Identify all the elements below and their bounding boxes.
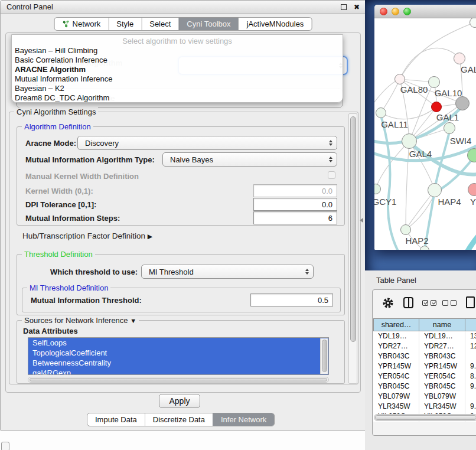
tab-discretize-data[interactable]: Discretize Data	[145, 413, 213, 426]
mi-algorithm-type-combobox[interactable]: Naive Bayes	[162, 152, 337, 167]
table-window: shared… name A YDL19…YDL19…13 YDR27…YDR2…	[372, 289, 476, 436]
collapse-down-icon[interactable]: ▼	[130, 317, 136, 324]
float-window-icon[interactable]	[341, 4, 347, 10]
table-row[interactable]: YDR27…YDR27…12	[373, 341, 476, 351]
network-node-swi4[interactable]	[444, 122, 455, 134]
gear-icon[interactable]	[382, 297, 394, 309]
network-window-titlebar[interactable]	[374, 5, 476, 18]
mi-steps-field[interactable]: 6	[253, 211, 337, 224]
list-vertical-scrollbar[interactable]	[320, 338, 328, 374]
panel-splitter-handle[interactable]	[360, 218, 363, 223]
dropdown-item[interactable]: Bayesian – K2	[12, 84, 343, 93]
threshold-definition-title: Threshold Definition	[22, 250, 95, 259]
column-header[interactable]: A	[465, 318, 476, 331]
deselect-all-checkbox-icon[interactable]	[442, 300, 448, 306]
network-node-hap4[interactable]	[428, 183, 442, 197]
table-row[interactable]: YDL19…YDL19…13	[373, 331, 476, 341]
spinner-icon	[305, 269, 309, 275]
cyni-algorithm-settings-title: Cyni Algorithm Settings	[14, 107, 98, 116]
columns-icon[interactable]	[403, 297, 413, 308]
tab-cyni-toolbox[interactable]: Cyni Toolbox	[178, 18, 238, 30]
tab-infer-network[interactable]: Infer Network	[213, 413, 274, 426]
settings-vertical-scrollbar[interactable]	[348, 113, 357, 384]
network-icon	[63, 20, 70, 28]
dropdown-prompt: Select algorithm to view settings	[12, 36, 343, 46]
kernel-width-label: Kernel Width (0,1):	[25, 187, 93, 195]
spinner-icon	[329, 156, 332, 162]
table-panel: Table Panel shared… name A	[365, 270, 476, 450]
dropdown-item[interactable]: Dream8 DC_TDC Algorithm	[12, 93, 343, 103]
list-item[interactable]: BetweennessCentrality	[28, 358, 328, 368]
dpi-tolerance-field[interactable]: 0.0	[253, 198, 337, 211]
control-panel-titlebar[interactable]: Control Panel ✖	[1, 1, 366, 14]
table-row[interactable]: YPR145WYPR145W9.	[373, 361, 476, 371]
network-node-gray[interactable]	[455, 96, 470, 110]
table-toolbar	[373, 290, 476, 318]
dropdown-item[interactable]: Mutual Information Inference	[12, 74, 343, 84]
network-node-gal11[interactable]	[376, 107, 386, 118]
document-icon[interactable]	[466, 296, 475, 308]
network-node-gal1-selected[interactable]	[431, 102, 442, 112]
network-canvas[interactable]: GAL GAL80 GAL10 GAL1 GAL11 SWI4 GAL4 GCY…	[374, 18, 476, 250]
tab-network-label: Network	[73, 19, 101, 28]
deselect-all-checkbox-icon-2[interactable]	[451, 300, 457, 306]
network-view-window[interactable]: GAL GAL80 GAL10 GAL1 GAL11 SWI4 GAL4 GCY…	[374, 5, 476, 250]
dropdown-item[interactable]: Basic Correlation Inference	[12, 56, 343, 65]
which-threshold-label: Which threshold to use:	[50, 268, 138, 276]
node-label: HAP2	[405, 236, 428, 246]
list-item[interactable]: TopologicalCoefficient	[28, 348, 328, 358]
tab-jactivemnodules[interactable]: jActiveMNodules	[239, 18, 312, 30]
tab-style[interactable]: Style	[108, 18, 141, 30]
hub-definition-section[interactable]: Hub/Transcription Factor Definition ▶	[22, 231, 152, 240]
mi-threshold-field[interactable]: 0.5	[250, 294, 333, 306]
network-node-gal80[interactable]	[395, 74, 405, 84]
sources-title[interactable]: Sources for Network Inference ▼	[22, 316, 139, 325]
list-item[interactable]: SelfLoops	[28, 338, 328, 348]
threshold-definition-group: Threshold Definition Which threshold to …	[17, 254, 345, 315]
aracne-mode-combobox[interactable]: Discovery	[77, 136, 337, 150]
which-threshold-combobox[interactable]: MI Threshold	[141, 265, 314, 279]
mi-threshold-title: MI Threshold Definition	[27, 283, 110, 292]
manual-kernel-width-checkbox[interactable]	[328, 171, 335, 179]
cyni-algorithm-settings-group: Cyni Algorithm Settings Algorithm Defini…	[9, 112, 358, 384]
data-attributes-list[interactable]: SelfLoops TopologicalCoefficient Between…	[28, 337, 329, 375]
network-node-hap2[interactable]	[400, 224, 411, 235]
minimize-traffic-light-icon[interactable]	[392, 8, 399, 15]
list-item[interactable]: gal4RGexp	[28, 368, 328, 375]
close-icon[interactable]: ✖	[354, 4, 360, 10]
table-row[interactable]: YBR045CYBR045C9.	[373, 381, 476, 392]
tab-impute-data[interactable]: Impute Data	[87, 413, 145, 426]
tab-select[interactable]: Select	[141, 18, 178, 30]
select-all-checkbox-icon[interactable]	[422, 300, 428, 306]
tab-network[interactable]: Network	[55, 18, 109, 30]
minimized-panel-icon[interactable]	[1, 442, 9, 450]
list-horizontal-scrollbar[interactable]	[28, 377, 329, 383]
kernel-width-field[interactable]: 0.0	[253, 184, 337, 197]
dropdown-item[interactable]: Bayesian – Hill Climbing	[12, 46, 343, 56]
table-horizontal-scrollbar[interactable]	[374, 414, 476, 421]
dropdown-item-selected[interactable]: ARACNE Algorithm	[12, 65, 343, 74]
dpi-tolerance-label: DPI Tolerance [0,1]:	[25, 200, 96, 209]
data-attributes-label: Data Attributes	[23, 327, 78, 335]
node-label: SWI4	[450, 136, 472, 146]
node-label: GAL10	[435, 88, 462, 98]
network-node[interactable]	[454, 53, 465, 64]
node-label: GAL11	[381, 119, 408, 129]
table-row[interactable]: YLR345WYLR345W9.	[373, 402, 476, 412]
network-node-gal10[interactable]	[428, 76, 440, 88]
mi-algorithm-type-label: Mutual Information Algorithm Type:	[25, 155, 155, 164]
node-label: GAL80	[400, 84, 428, 94]
table-row[interactable]: YBR043CYBR043C	[373, 351, 476, 361]
close-traffic-light-icon[interactable]	[380, 8, 387, 15]
column-header[interactable]: shared…	[373, 318, 419, 331]
select-all-checkbox-icon-2[interactable]	[431, 300, 436, 306]
table-row[interactable]: YBL079WYBL079W	[373, 392, 476, 402]
network-node-gal4[interactable]	[402, 133, 417, 149]
zoom-traffic-light-icon[interactable]	[403, 8, 411, 15]
collapse-right-icon[interactable]: ▶	[148, 233, 152, 240]
table-row[interactable]: YER054CYER054C8.	[373, 371, 476, 381]
node-table: shared… name A YDL19…YDL19…13 YDR27…YDR2…	[373, 318, 476, 422]
apply-button[interactable]: Apply	[159, 394, 200, 408]
mi-steps-label: Mutual Information Steps:	[25, 214, 120, 223]
column-header[interactable]: name	[419, 318, 465, 331]
